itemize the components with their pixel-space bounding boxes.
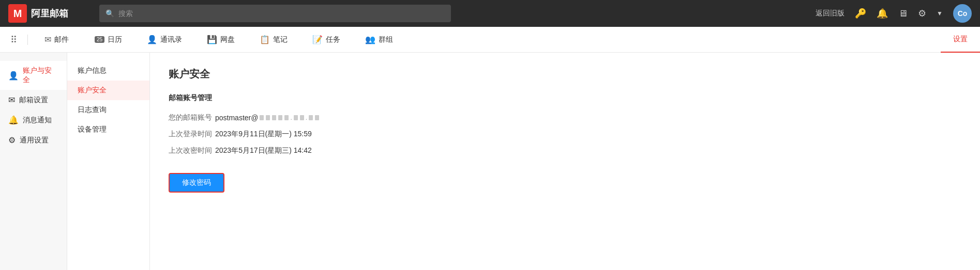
notification-icon: 🔔 xyxy=(8,115,19,125)
nav-item-notes[interactable]: 📋 笔记 xyxy=(247,27,300,53)
logo-area: M 阿里邮箱 xyxy=(8,4,91,23)
mask-block-1 xyxy=(260,115,264,120)
mask-dot-2: . xyxy=(306,114,307,121)
main-layout: 👤 账户与安全 ✉ 邮箱设置 🔔 消息通知 ⚙ 通用设置 账户信息 账户安全 日… xyxy=(0,53,980,270)
account-icon: 👤 xyxy=(8,71,19,81)
section-title: 邮箱账号管理 xyxy=(169,93,961,103)
search-bar[interactable]: 🔍 xyxy=(99,5,451,22)
settings-icon[interactable]: ⚙ xyxy=(918,8,926,19)
mailbox-icon: ✉ xyxy=(8,95,15,105)
nav-item-settings[interactable]: 设置 xyxy=(941,27,980,53)
sidebar-item-notifications[interactable]: 🔔 消息通知 xyxy=(0,110,67,130)
sub-sidebar: 账户信息 账户安全 日志查询 设备管理 xyxy=(67,53,150,270)
last-login-label: 上次登录时间 xyxy=(169,130,215,139)
avatar[interactable]: Co xyxy=(953,4,972,23)
sidebar-item-mailbox-settings[interactable]: ✉ 邮箱设置 xyxy=(0,90,67,110)
search-icon: 🔍 xyxy=(105,9,114,18)
sub-item-device-mgmt[interactable]: 设备管理 xyxy=(67,120,149,139)
grid-icon[interactable]: ⠿ xyxy=(4,34,23,45)
mask-block-4 xyxy=(278,115,282,120)
top-header: M 阿里邮箱 🔍 返回旧版 🔑 🔔 🖥 ⚙ ▼ Co xyxy=(0,0,980,27)
contacts-icon: 👤 xyxy=(147,35,157,44)
logo-icon: M xyxy=(8,4,27,23)
logo-text: 阿里邮箱 xyxy=(31,7,68,20)
nav-item-calendar[interactable]: 25 日历 xyxy=(81,27,134,53)
last-login-value: 2023年9月11日(星期一) 15:59 xyxy=(215,130,312,139)
mask-block-3 xyxy=(272,115,276,120)
email-label: 您的邮箱账号 xyxy=(169,113,215,122)
nav-bar: ⠿ ✉ 邮件 25 日历 👤 通讯录 💾 网盘 📋 笔记 📝 任务 👥 群组 设… xyxy=(0,27,980,53)
chevron-down-icon[interactable]: ▼ xyxy=(937,10,943,17)
nav-item-tasks[interactable]: 📝 任务 xyxy=(300,27,353,53)
last-pwd-change-row: 上次改密时间 2023年5月17日(星期三) 14:42 xyxy=(169,146,961,155)
drive-icon: 💾 xyxy=(207,35,217,44)
sub-item-log-query[interactable]: 日志查询 xyxy=(67,100,149,120)
mask-block-6 xyxy=(294,115,298,120)
groups-icon: 👥 xyxy=(365,35,375,44)
tasks-icon: 📝 xyxy=(312,35,323,44)
nav-item-mail[interactable]: ✉ 邮件 xyxy=(32,27,81,53)
mail-icon: ✉ xyxy=(44,35,51,44)
bell-icon[interactable]: 🔔 xyxy=(877,8,888,19)
nav-divider xyxy=(27,35,28,45)
mask-dot-1: . xyxy=(290,114,292,121)
left-sidebar: 👤 账户与安全 ✉ 邮箱设置 🔔 消息通知 ⚙ 通用设置 xyxy=(0,53,67,270)
last-login-row: 上次登录时间 2023年9月11日(星期一) 15:59 xyxy=(169,130,961,139)
email-value: postmaster@ . . xyxy=(215,114,320,122)
general-icon: ⚙ xyxy=(8,135,16,145)
last-pwd-value: 2023年5月17日(星期三) 14:42 xyxy=(215,146,312,155)
mask-block-2 xyxy=(266,115,270,120)
nav-item-contacts[interactable]: 👤 通讯录 xyxy=(134,27,194,53)
mask-block-5 xyxy=(284,115,289,120)
sidebar-item-general[interactable]: ⚙ 通用设置 xyxy=(0,130,67,150)
notes-icon: 📋 xyxy=(260,35,270,44)
header-right: 返回旧版 🔑 🔔 🖥 ⚙ ▼ Co xyxy=(816,4,972,23)
search-input[interactable] xyxy=(118,9,445,18)
last-pwd-label: 上次改密时间 xyxy=(169,146,215,155)
mask-block-8 xyxy=(309,115,313,120)
screen-icon[interactable]: 🖥 xyxy=(898,8,908,19)
nav-item-groups[interactable]: 👥 群组 xyxy=(353,27,405,53)
sub-item-account-security[interactable]: 账户安全 xyxy=(67,81,149,100)
sub-item-account-info[interactable]: 账户信息 xyxy=(67,61,149,81)
mask-block-7 xyxy=(300,115,304,120)
back-old-btn[interactable]: 返回旧版 xyxy=(816,9,845,18)
page-title: 账户安全 xyxy=(169,67,961,81)
mask-block-9 xyxy=(315,115,319,120)
content-area: 账户安全 邮箱账号管理 您的邮箱账号 postmaster@ . . 上次登 xyxy=(150,53,980,270)
change-password-button[interactable]: 修改密码 xyxy=(169,173,224,193)
key-icon[interactable]: 🔑 xyxy=(855,8,866,19)
nav-item-drive[interactable]: 💾 网盘 xyxy=(194,27,247,53)
email-row: 您的邮箱账号 postmaster@ . . xyxy=(169,113,961,122)
sidebar-item-account-security[interactable]: 👤 账户与安全 xyxy=(0,61,67,90)
